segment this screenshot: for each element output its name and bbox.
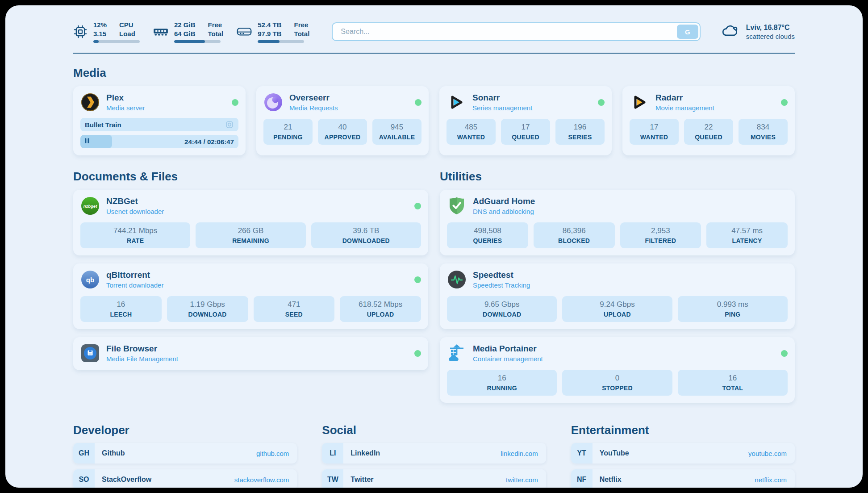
cpu-widget: 12% 3.15 CPU Load [73, 21, 140, 43]
now-playing-row: Bullet Train [80, 118, 238, 131]
stat-value: 485 [465, 123, 477, 132]
storage-progress-fill [258, 40, 280, 43]
camera-lens-icon[interactable] [225, 120, 234, 129]
app-card-header: qb qBittorrent Torrent downloader [80, 270, 421, 289]
app-card-header: Speedtest Speedtest Tracking [447, 270, 788, 289]
link-abbr-badge: GH [73, 443, 95, 464]
online-status-dot [414, 350, 421, 357]
speedtest-pulse-icon [447, 270, 467, 289]
app-card-radarr[interactable]: Radarr Movie management 17 WANTED 22 QUE… [622, 86, 795, 155]
radarr-icon [630, 92, 649, 112]
link-item-youtube[interactable]: YT YouTube youtube.com [571, 443, 795, 464]
stat-label: UPLOAD [604, 311, 631, 318]
stat-tile: 0.993 ms PING [678, 296, 788, 322]
stat-label: AVAILABLE [379, 134, 415, 141]
stat-value: 2,953 [651, 226, 670, 235]
link-item-twitter[interactable]: TW Twitter twitter.com [322, 469, 546, 488]
online-status-dot [415, 99, 421, 106]
link-url[interactable]: youtube.com [748, 450, 795, 457]
app-card-nzbget[interactable]: nzbget NZBGet Usenet downloader 744.21 M… [73, 190, 428, 255]
app-card-overseerr[interactable]: Overseerr Media Requests 21 PENDING 40 A… [256, 86, 429, 155]
stat-value: 744.21 Mbps [113, 226, 157, 235]
stat-label: WANTED [640, 134, 668, 141]
stat-value: 9.24 Gbps [600, 300, 634, 309]
stat-value: 266 GB [238, 226, 264, 235]
qbittorrent-icon-text: qb [86, 276, 94, 284]
link-name: Github [102, 449, 125, 457]
link-url[interactable]: stackoverflow.com [234, 476, 297, 484]
app-description: Torrent downloader [106, 281, 163, 289]
stat-value: 17 [522, 123, 530, 132]
app-card-speedtest[interactable]: Speedtest Speedtest Tracking 9.65 Gbps D… [440, 263, 795, 329]
stat-tile: 17 WANTED [630, 119, 679, 145]
link-item-stackoverflow[interactable]: SO StackOverflow stackoverflow.com [73, 469, 297, 488]
link-url[interactable]: linkedin.com [501, 450, 546, 457]
stat-label: SEED [285, 311, 303, 318]
top-bar: 12% 3.15 CPU Load [73, 21, 795, 43]
link-url[interactable]: twitter.com [506, 476, 546, 484]
app-card-qbittorrent[interactable]: qb qBittorrent Torrent downloader 16 LEE… [73, 263, 428, 329]
overseerr-icon [263, 92, 283, 112]
stat-label: QUEUED [695, 134, 722, 141]
link-item-github[interactable]: GH Github github.com [73, 443, 297, 464]
stat-label: TOTAL [722, 384, 743, 392]
link-name: Netflix [600, 476, 622, 484]
app-description: DNS and adblocking [473, 208, 535, 215]
memory-free-label: Free [208, 21, 224, 29]
link-abbr-badge: LI [322, 443, 343, 464]
weather-widget: Lviv, 16.87°C scattered clouds [721, 24, 795, 40]
stat-tile: 0 STOPPED [562, 370, 672, 396]
stat-tile: 9.24 Gbps UPLOAD [562, 296, 672, 322]
link-abbr-badge: YT [571, 443, 593, 464]
app-card-header: Media Portainer Container management [447, 343, 788, 363]
app-name: Plex [106, 93, 145, 103]
storage-progress-track [258, 40, 304, 43]
stat-value: 86,396 [563, 226, 586, 235]
online-status-dot [781, 99, 788, 106]
link-url[interactable]: github.com [256, 450, 297, 457]
stat-label: DOWNLOAD [483, 311, 521, 318]
storage-total-label: Total [294, 29, 310, 38]
memory-total-label: Total [208, 29, 224, 38]
stat-label: DOWNLOAD [188, 311, 227, 318]
pause-icon[interactable] [84, 138, 90, 146]
app-name: Media Portainer [473, 344, 543, 354]
dashboard-panel: 12% 3.15 CPU Load [5, 5, 863, 488]
link-name: StackOverflow [102, 476, 151, 484]
section-media: Media Plex Media server [73, 66, 795, 155]
stat-value: 0 [615, 374, 619, 383]
search-input[interactable] [332, 22, 700, 41]
stat-tile: 22 QUEUED [684, 119, 733, 145]
app-card-plex[interactable]: Plex Media server Bullet Train [73, 86, 246, 155]
link-item-linkedin[interactable]: LI LinkedIn linkedin.com [322, 443, 546, 464]
memory-total: 64 GiB [174, 29, 196, 38]
cpu-progress-track [93, 40, 140, 43]
app-card-header: Overseerr Media Requests [263, 92, 421, 112]
stat-tile: 2,953 FILTERED [620, 222, 701, 248]
stat-tile: 1.19 Gbps DOWNLOAD [167, 296, 248, 322]
app-description: Container management [473, 355, 543, 363]
section-title-entertainment: Entertainment [571, 423, 795, 437]
link-abbr-badge: SO [73, 469, 95, 488]
stat-tile: 9.65 Gbps DOWNLOAD [447, 296, 557, 322]
app-card-portainer[interactable]: Media Portainer Container management 16 … [440, 337, 795, 403]
app-card-filebrowser[interactable]: File Browser Media File Management [73, 337, 428, 370]
search-bar: G [332, 22, 700, 41]
search-engine-button[interactable]: G [677, 25, 698, 39]
memory-progress-fill [174, 40, 205, 43]
storage-free: 52.4 TB [258, 21, 281, 29]
app-description: Media Requests [289, 104, 338, 112]
link-item-netflix[interactable]: NF Netflix netflix.com [571, 469, 795, 488]
playback-time: 24:44 / 02:06:47 [184, 138, 238, 146]
app-card-sonarr[interactable]: Sonarr Series management 485 WANTED 17 Q… [439, 86, 612, 155]
system-monitors: 12% 3.15 CPU Load [73, 21, 309, 43]
link-url[interactable]: netflix.com [755, 476, 795, 484]
app-card-header: Plex Media server [80, 92, 238, 112]
playback-progress-bar[interactable]: 24:44 / 02:06:47 [80, 135, 238, 148]
stat-label: STOPPED [602, 384, 633, 392]
stat-value: 40 [338, 123, 347, 132]
stat-value: 196 [574, 123, 586, 132]
stat-value: 21 [284, 123, 292, 132]
app-card-adguard[interactable]: AdGuard Home DNS and adblocking 498,508 … [440, 190, 795, 255]
stat-tile: 39.6 TB DOWNLOADED [311, 222, 421, 248]
